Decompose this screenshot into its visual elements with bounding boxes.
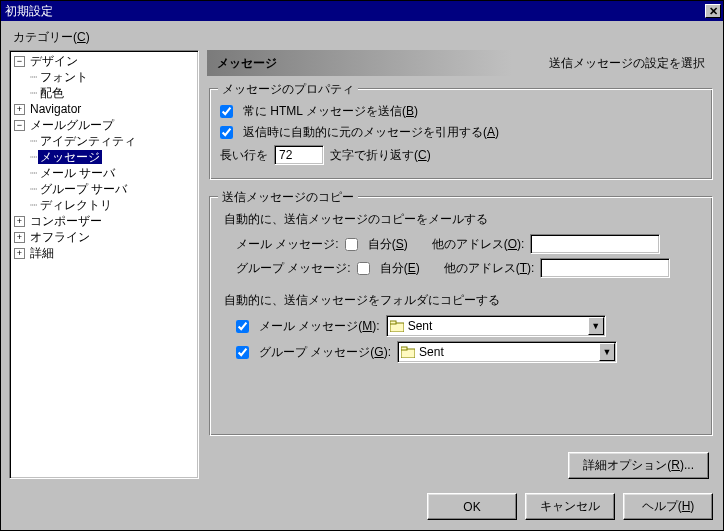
tree-node-directory[interactable]: ディレクトリ	[38, 198, 114, 212]
folder-icon	[401, 346, 415, 358]
help-button[interactable]: ヘルプ(H)	[623, 493, 713, 520]
close-button[interactable]: ✕	[705, 4, 721, 18]
mail-self-label: 自分(S)	[368, 236, 408, 253]
group-legend: メッセージのプロパティ	[218, 81, 358, 98]
combo-value: Sent	[408, 319, 587, 333]
content: カテゴリー(C) −デザイン ┈フォント ┈配色 +Navigator	[1, 21, 723, 485]
always-html-label: 常に HTML メッセージを送信(B)	[243, 103, 418, 120]
preferences-window: 初期設定 ✕ カテゴリー(C) −デザイン ┈フォント ┈配色	[0, 0, 724, 531]
tree-node-offline[interactable]: オフライン	[28, 230, 92, 244]
tree-node-groupserver[interactable]: グループ サーバ	[38, 182, 129, 196]
expand-icon[interactable]: −	[14, 120, 25, 131]
group-self-checkbox[interactable]	[357, 262, 370, 275]
wrap-pre-label: 長い行を	[220, 147, 268, 164]
tree-node-color[interactable]: 配色	[38, 86, 66, 100]
panel-subtitle: 送信メッセージの設定を選択	[549, 55, 705, 72]
expand-icon[interactable]: +	[14, 248, 25, 259]
expand-icon[interactable]: +	[14, 104, 25, 115]
cancel-button[interactable]: キャンセル	[525, 493, 615, 520]
tree-node-identity[interactable]: アイデンティティ	[38, 134, 138, 148]
tree-node-font[interactable]: フォント	[38, 70, 90, 84]
mail-other-address-input[interactable]	[530, 234, 660, 254]
wrap-length-input[interactable]	[274, 145, 324, 165]
titlebar: 初期設定 ✕	[1, 1, 723, 21]
ok-button[interactable]: OK	[427, 493, 517, 520]
tree-node-navigator[interactable]: Navigator	[28, 102, 83, 116]
svg-rect-3	[401, 347, 407, 350]
expand-icon[interactable]: −	[14, 56, 25, 67]
mail-other-label: 他のアドレス(O):	[432, 236, 525, 253]
message-properties-group: メッセージのプロパティ 常に HTML メッセージを送信(B) 返信時に自動的に…	[209, 88, 713, 180]
tree-node-composer[interactable]: コンポーザー	[28, 214, 104, 228]
mail-folder-combo[interactable]: Sent ▼	[386, 315, 606, 337]
wrap-post-label: 文字で折り返す(C)	[330, 147, 431, 164]
folder-copy-intro: 自動的に、送信メッセージをフォルダにコピーする	[224, 292, 702, 309]
mail-msg-label: メール メッセージ:	[236, 236, 339, 253]
group-folder-label: グループ メッセージ(G):	[259, 344, 391, 361]
auto-quote-checkbox[interactable]	[220, 126, 233, 139]
always-html-checkbox[interactable]	[220, 105, 233, 118]
main-split: −デザイン ┈フォント ┈配色 +Navigator −メールグループ ┈アイデ…	[9, 50, 715, 479]
auto-quote-label: 返信時に自動的に元のメッセージを引用する(A)	[243, 124, 499, 141]
mail-folder-checkbox[interactable]	[236, 320, 249, 333]
tree-node-mailgroup[interactable]: メールグループ	[28, 118, 116, 132]
tree-node-messages[interactable]: メッセージ	[38, 150, 102, 164]
category-tree[interactable]: −デザイン ┈フォント ┈配色 +Navigator −メールグループ ┈アイデ…	[9, 50, 199, 479]
combo-value: Sent	[419, 345, 598, 359]
mail-self-checkbox[interactable]	[345, 238, 358, 251]
group-legend: 送信メッセージのコピー	[218, 189, 358, 206]
svg-rect-1	[390, 321, 396, 324]
send-copies-group: 送信メッセージのコピー 自動的に、送信メッセージのコピーをメールする メール メ…	[209, 196, 713, 436]
mail-copy-intro: 自動的に、送信メッセージのコピーをメールする	[224, 211, 702, 228]
tree-node-mailserver[interactable]: メール サーバ	[38, 166, 117, 180]
expand-icon[interactable]: +	[14, 232, 25, 243]
tree-node-detail[interactable]: 詳細	[28, 246, 56, 260]
dialog-buttons: OK キャンセル ヘルプ(H)	[1, 485, 723, 530]
category-label: カテゴリー(C)	[13, 29, 715, 46]
window-title: 初期設定	[5, 3, 53, 20]
panel-title: メッセージ	[217, 55, 277, 72]
group-folder-checkbox[interactable]	[236, 346, 249, 359]
panel-header: メッセージ 送信メッセージの設定を選択	[207, 50, 715, 76]
tree-node-design[interactable]: デザイン	[28, 54, 80, 68]
group-other-address-input[interactable]	[540, 258, 670, 278]
group-self-label: 自分(E)	[380, 260, 420, 277]
group-folder-combo[interactable]: Sent ▼	[397, 341, 617, 363]
group-other-label: 他のアドレス(T):	[444, 260, 535, 277]
advanced-options-button[interactable]: 詳細オプション(R)...	[568, 452, 709, 479]
chevron-down-icon[interactable]: ▼	[599, 343, 615, 361]
expand-icon[interactable]: +	[14, 216, 25, 227]
group-msg-label: グループ メッセージ:	[236, 260, 351, 277]
folder-icon	[390, 320, 404, 332]
settings-panel: メッセージ 送信メッセージの設定を選択 メッセージのプロパティ 常に HTML …	[207, 50, 715, 479]
chevron-down-icon[interactable]: ▼	[588, 317, 604, 335]
mail-folder-label: メール メッセージ(M):	[259, 318, 380, 335]
